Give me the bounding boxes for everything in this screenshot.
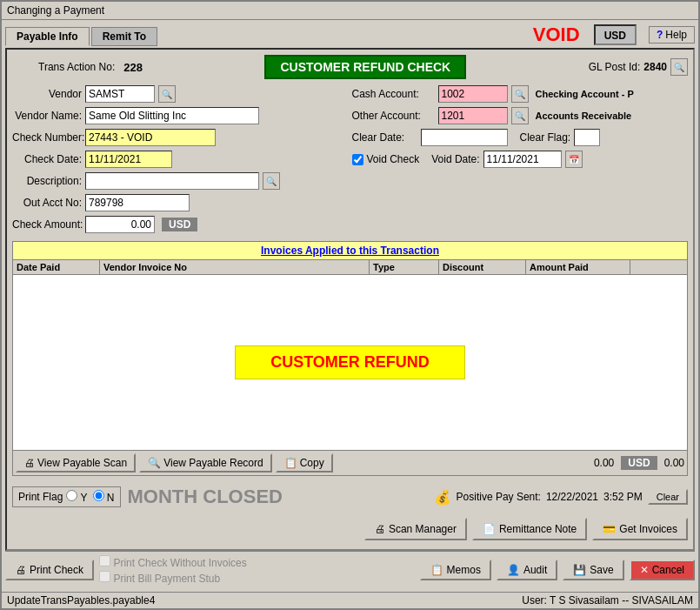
vendor-search-btn[interactable]: 🔍 xyxy=(158,85,176,103)
positive-pay-date: 12/22/2021 xyxy=(546,491,598,503)
out-acct-input[interactable] xyxy=(85,194,190,211)
invoices-table-header: Date Paid Vendor Invoice No Type Discoun… xyxy=(13,260,687,275)
vendor-name-input[interactable] xyxy=(85,107,259,124)
clear-flag-label: Clear Flag: xyxy=(520,131,571,144)
check-number-input[interactable] xyxy=(85,129,216,146)
view-payable-record-btn[interactable]: 🔍 View Payable Record xyxy=(139,453,272,473)
clear-date-label: Clear Date: xyxy=(352,131,417,144)
cancel-btn[interactable]: ✕ Cancel xyxy=(630,560,695,580)
clear-date-input[interactable] xyxy=(421,129,508,146)
positive-pay-label: Positive Pay Sent: xyxy=(457,491,541,503)
col-date-paid: Date Paid xyxy=(13,260,100,274)
radio-n-label[interactable]: N xyxy=(93,490,115,504)
void-date-calendar-btn[interactable]: 📅 xyxy=(565,151,583,168)
trans-action-label: Trans Action No: xyxy=(38,61,115,73)
radio-group: Y N xyxy=(66,490,114,504)
cash-account-input[interactable] xyxy=(438,85,508,103)
void-label: VOID xyxy=(533,23,580,46)
clear-flag-input[interactable] xyxy=(574,129,600,146)
clear-btn[interactable]: Clear xyxy=(648,489,688,505)
print-flag-box: Print Flag Y N xyxy=(12,486,121,507)
check-amount-label: Check Amount: xyxy=(12,218,82,231)
gl-post-search-btn[interactable]: 🔍 xyxy=(670,58,688,76)
invoices-footer: 🖨 View Payable Scan 🔍 View Payable Recor… xyxy=(13,450,687,475)
radio-y-label[interactable]: Y xyxy=(66,490,87,504)
radio-n[interactable] xyxy=(93,490,104,501)
description-input[interactable] xyxy=(85,172,259,190)
print-bill-label: Print Bill Payment Stub xyxy=(99,571,247,585)
scan-row: 🖨 Scan Manager 📄 Remittance Note 💳 Get I… xyxy=(12,514,688,544)
out-acct-label: Out Acct No: xyxy=(12,197,82,209)
main-window: Changing a Payment Payable Info Remit To… xyxy=(0,0,700,610)
tab-remit-to[interactable]: Remit To xyxy=(91,27,157,46)
check-amount-usd: USD xyxy=(162,218,197,231)
footer-buttons: 🖨 Print Check Print Check Without Invoic… xyxy=(5,551,695,588)
copy-btn[interactable]: 📋 Copy xyxy=(276,453,333,473)
col-discount: Discount xyxy=(439,260,526,274)
check-date-input[interactable] xyxy=(85,151,172,168)
audit-btn[interactable]: 👤 Audit xyxy=(497,560,557,580)
print-check-btn[interactable]: 🖨 Print Check xyxy=(5,560,94,580)
cash-account-desc: Checking Account - P xyxy=(536,89,634,99)
other-account-search-btn[interactable]: 🔍 xyxy=(511,107,529,124)
print-check-without-cb xyxy=(99,555,110,566)
col-amount-paid: Amount Paid xyxy=(526,260,630,274)
vendor-label: Vendor xyxy=(12,88,82,100)
vendor-input[interactable] xyxy=(85,85,155,103)
status-right: User: T S Sivasailam -- SIVASAILAM xyxy=(522,594,693,607)
total-discount: 0.00 xyxy=(594,457,614,469)
scan-manager-btn[interactable]: 🖨 Scan Manager xyxy=(364,518,467,540)
void-check-label: Void Check xyxy=(367,153,420,165)
status-left: UpdateTransPayables.payable4 xyxy=(7,594,155,607)
status-bar: UpdateTransPayables.payable4 User: T S S… xyxy=(2,592,698,608)
cash-account-label: Cash Account: xyxy=(352,88,435,100)
print-bill-cb xyxy=(99,571,110,582)
other-account-input[interactable] xyxy=(438,107,508,124)
description-search-btn[interactable]: 🔍 xyxy=(263,172,280,190)
gl-post-area: GL Post Id: 2840 🔍 xyxy=(589,58,688,76)
usd-badge: USD xyxy=(594,24,637,45)
crc-badge: CUSTOMER REFUND CHECK xyxy=(264,55,466,79)
void-check-checkbox[interactable] xyxy=(352,154,363,165)
invoices-body: CUSTOMER REFUND xyxy=(13,275,687,450)
month-closed: MONTH CLOSED xyxy=(128,486,283,508)
customer-refund-banner: CUSTOMER REFUND xyxy=(235,345,465,379)
trans-action-value: 228 xyxy=(123,61,143,74)
invoices-header: Invoices Applied to this Transaction xyxy=(13,242,687,260)
radio-y[interactable] xyxy=(66,490,77,501)
help-button[interactable]: ? Help xyxy=(649,26,695,44)
other-account-desc: Accounts Receivable xyxy=(536,111,632,121)
total-amount: 0.00 xyxy=(664,457,684,469)
memos-btn[interactable]: 📋 Memos xyxy=(420,560,491,580)
tab-payable-info[interactable]: Payable Info xyxy=(5,27,90,46)
other-account-label: Other Account: xyxy=(352,110,435,122)
save-btn[interactable]: 💾 Save xyxy=(563,560,623,580)
void-date-input[interactable] xyxy=(483,151,562,168)
vendor-name-label: Vendor Name: xyxy=(12,110,82,122)
print-flag-label: Print Flag xyxy=(18,491,63,503)
cash-account-search-btn[interactable]: 🔍 xyxy=(511,85,529,103)
title-bar: Changing a Payment xyxy=(2,2,698,20)
col-type: Type xyxy=(370,260,439,274)
print-check-without-label: Print Check Without Invoices xyxy=(99,555,247,569)
description-label: Description: xyxy=(12,175,82,187)
void-date-label: Void Date: xyxy=(431,153,479,165)
check-date-label: Check Date: xyxy=(12,153,82,165)
get-invoices-btn[interactable]: 💳 Get Invoices xyxy=(592,518,688,540)
positive-pay-area: 💰 Positive Pay Sent: 12/22/2021 3:52 PM … xyxy=(434,489,688,506)
check-amount-input[interactable] xyxy=(85,216,155,233)
positive-pay-time: 3:52 PM xyxy=(603,491,643,503)
check-number-label: Check Number: xyxy=(12,131,82,144)
positive-pay-icon: 💰 xyxy=(434,489,451,506)
view-payable-scan-btn[interactable]: 🖨 View Payable Scan xyxy=(16,453,136,473)
window-title: Changing a Payment xyxy=(7,4,104,17)
col-vendor-invoice: Vendor Invoice No xyxy=(100,260,370,274)
usd-label-footer: USD xyxy=(621,456,657,470)
remittance-note-btn[interactable]: 📄 Remittance Note xyxy=(472,518,587,540)
